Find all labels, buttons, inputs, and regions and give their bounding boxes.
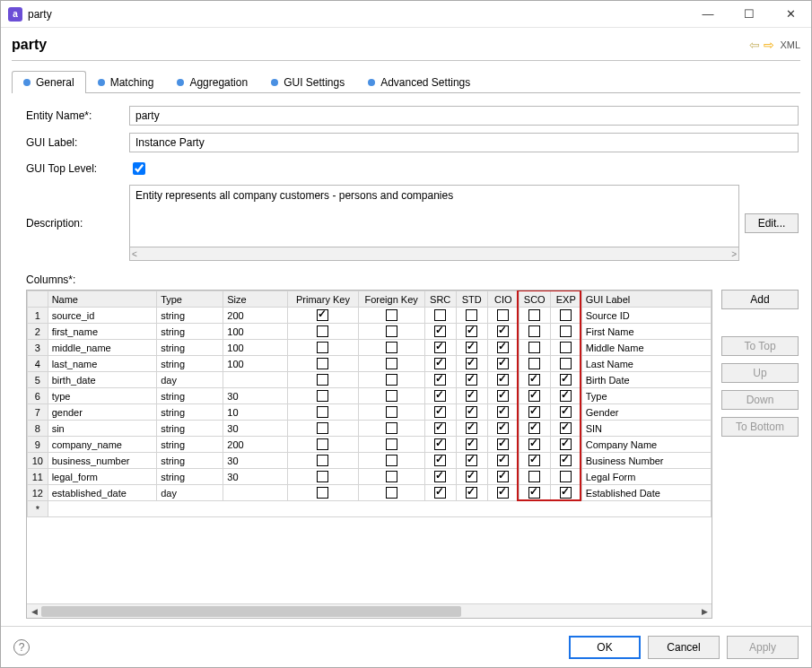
cell-src[interactable] — [424, 308, 456, 324]
tab-general[interactable]: General — [12, 71, 86, 93]
cell-std[interactable] — [456, 485, 487, 501]
cell-foreign-key[interactable] — [358, 340, 424, 356]
col-header-rownum[interactable] — [28, 291, 48, 308]
cell-type[interactable]: string — [157, 437, 223, 453]
cell-gui-label[interactable]: Gender — [581, 404, 711, 421]
cell-type[interactable]: string — [157, 469, 223, 485]
cell-src[interactable] — [424, 324, 456, 340]
new-row[interactable]: * — [28, 501, 712, 517]
cell-foreign-key[interactable] — [358, 372, 424, 388]
cell-std[interactable] — [456, 469, 487, 485]
cell-cio[interactable] — [487, 404, 519, 421]
cell-type[interactable]: string — [157, 308, 223, 324]
cell-name[interactable]: gender — [48, 404, 157, 421]
cell-name[interactable]: sin — [48, 421, 157, 437]
apply-button[interactable]: Apply — [727, 636, 799, 659]
cell-src[interactable] — [424, 404, 456, 421]
cell-foreign-key[interactable] — [358, 469, 424, 485]
cell-exp[interactable] — [550, 453, 581, 469]
table-row[interactable]: 1source_idstring200Source ID — [28, 308, 712, 324]
to-bottom-button[interactable]: To Bottom — [721, 417, 799, 437]
cell-type[interactable]: string — [157, 453, 223, 469]
cell-size[interactable]: 200 — [223, 308, 288, 324]
edit-button[interactable]: Edit... — [745, 213, 799, 233]
cell-gui-label[interactable]: Company Name — [581, 437, 711, 453]
cell-gui-label[interactable]: Type — [581, 388, 711, 404]
col-header-gui-label[interactable]: GUI Label — [581, 291, 711, 308]
cell-gui-label[interactable]: SIN — [581, 421, 711, 437]
cell-cio[interactable] — [487, 485, 519, 501]
cell-name[interactable]: legal_form — [48, 469, 157, 485]
cell-exp[interactable] — [550, 324, 581, 340]
cell-src[interactable] — [424, 469, 456, 485]
entity-name-input[interactable] — [129, 106, 799, 126]
cell-std[interactable] — [456, 404, 487, 421]
close-button[interactable]: ✕ — [770, 1, 811, 28]
cell-foreign-key[interactable] — [358, 485, 424, 501]
cell-sco[interactable] — [519, 453, 550, 469]
description-textarea[interactable] — [129, 185, 739, 247]
cell-primary-key[interactable] — [288, 324, 358, 340]
cell-src[interactable] — [424, 437, 456, 453]
cell-std[interactable] — [456, 421, 487, 437]
cell-sco[interactable] — [519, 469, 550, 485]
cell-sco[interactable] — [519, 485, 550, 501]
cell-gui-label[interactable]: Middle Name — [581, 340, 711, 356]
cell-foreign-key[interactable] — [358, 388, 424, 404]
cell-src[interactable] — [424, 372, 456, 388]
to-top-button[interactable]: To Top — [721, 336, 799, 356]
cell-std[interactable] — [456, 308, 487, 324]
cell-src[interactable] — [424, 485, 456, 501]
down-button[interactable]: Down — [721, 390, 799, 410]
table-row[interactable]: 12established_datedayEstablished Date — [28, 485, 712, 501]
cell-type[interactable]: day — [157, 372, 223, 388]
cell-cio[interactable] — [487, 421, 519, 437]
cell-std[interactable] — [456, 372, 487, 388]
table-row[interactable]: 5birth_datedayBirth Date — [28, 372, 712, 388]
minimize-button[interactable]: ― — [687, 1, 729, 28]
tab-aggregation[interactable]: Aggregation — [165, 71, 259, 93]
col-header-type[interactable]: Type — [157, 291, 223, 308]
cell-cio[interactable] — [487, 372, 519, 388]
cancel-button[interactable]: Cancel — [648, 636, 720, 659]
cell-size[interactable]: 30 — [223, 469, 288, 485]
cell-primary-key[interactable] — [288, 388, 358, 404]
cell-src[interactable] — [424, 340, 456, 356]
cell-name[interactable]: company_name — [48, 437, 157, 453]
table-row[interactable]: 9company_namestring200Company Name — [28, 437, 712, 453]
cell-name[interactable]: birth_date — [48, 372, 157, 388]
cell-cio[interactable] — [487, 388, 519, 404]
cell-cio[interactable] — [487, 308, 519, 324]
cell-exp[interactable] — [550, 356, 581, 372]
cell-primary-key[interactable] — [288, 372, 358, 388]
cell-exp[interactable] — [550, 388, 581, 404]
cell-sco[interactable] — [519, 340, 550, 356]
cell-type[interactable]: string — [157, 340, 223, 356]
cell-size[interactable] — [223, 485, 288, 501]
nav-forward-icon[interactable]: ⇨ — [764, 38, 774, 52]
cell-size[interactable]: 30 — [223, 453, 288, 469]
cell-exp[interactable] — [550, 308, 581, 324]
cell-sco[interactable] — [519, 356, 550, 372]
cell-size[interactable]: 200 — [223, 437, 288, 453]
cell-size[interactable]: 100 — [223, 356, 288, 372]
cell-sco[interactable] — [519, 308, 550, 324]
tab-advanced-settings[interactable]: Advanced Settings — [356, 71, 482, 93]
cell-sco[interactable] — [519, 372, 550, 388]
cell-primary-key[interactable] — [288, 453, 358, 469]
cell-gui-label[interactable]: Source ID — [581, 308, 711, 324]
cell-exp[interactable] — [550, 469, 581, 485]
table-row[interactable]: 10business_numberstring30Business Number — [28, 453, 712, 469]
table-row[interactable]: 8sinstring30SIN — [28, 421, 712, 437]
cell-sco[interactable] — [519, 324, 550, 340]
cell-size[interactable]: 30 — [223, 388, 288, 404]
cell-std[interactable] — [456, 356, 487, 372]
cell-foreign-key[interactable] — [358, 437, 424, 453]
cell-foreign-key[interactable] — [358, 308, 424, 324]
cell-size[interactable]: 30 — [223, 421, 288, 437]
cell-name[interactable]: first_name — [48, 324, 157, 340]
cell-std[interactable] — [456, 340, 487, 356]
col-header-std[interactable]: STD — [456, 291, 487, 308]
xml-link[interactable]: XML — [780, 39, 800, 50]
cell-sco[interactable] — [519, 437, 550, 453]
